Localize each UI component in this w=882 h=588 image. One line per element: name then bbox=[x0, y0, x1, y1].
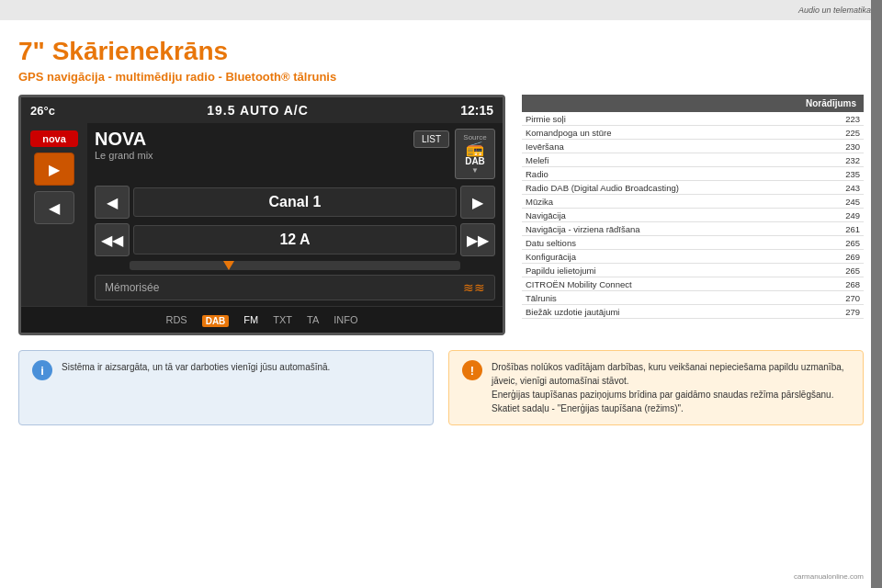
status-bar: 26°c 19.5 AUTO A/C 12:15 bbox=[21, 97, 503, 123]
info-text-left: Sistēma ir aizsargāta, un tā var darboti… bbox=[62, 360, 330, 374]
source-radio-icon: 📻 bbox=[466, 141, 484, 156]
channel-display: Canal 1 bbox=[133, 187, 457, 217]
toc-item-label: Mūzika bbox=[522, 195, 822, 209]
toc-item-page: 230 bbox=[822, 140, 864, 153]
channel-row: ◀ Canal 1 ▶ bbox=[95, 186, 495, 219]
dab-label[interactable]: DAB bbox=[202, 315, 230, 327]
toc-header: Norādījums bbox=[522, 95, 864, 112]
toc-item-label: Radio DAB (Digital Audio Broadcasting) bbox=[522, 181, 822, 195]
toc-item-label: Radio bbox=[522, 167, 822, 181]
list-button[interactable]: LIST bbox=[413, 130, 449, 148]
toc-item-page: 245 bbox=[822, 195, 864, 209]
frequency-row: ◀◀ 12 A ▶▶ bbox=[95, 223, 495, 256]
nav-left-button[interactable]: ◀ bbox=[34, 191, 74, 224]
txt-label[interactable]: TXT bbox=[273, 314, 292, 325]
ta-label[interactable]: TA bbox=[307, 314, 319, 325]
toc-item-label: Pirmie soļi bbox=[522, 112, 822, 126]
source-dab-button[interactable]: Source 📻 DAB ▼ bbox=[455, 129, 495, 179]
memorisee-icon: ≋≋ bbox=[463, 280, 485, 295]
content-row: 26°c 19.5 AUTO A/C 12:15 nova ▶ ◀ bbox=[18, 95, 864, 335]
screen-area: 26°c 19.5 AUTO A/C 12:15 nova ▶ ◀ bbox=[18, 95, 505, 335]
info-icon-blue: i bbox=[32, 360, 52, 380]
info-box-orange: ! Drošības nolūkos vadītājam darbības, k… bbox=[448, 350, 864, 425]
toc-item-label: Komandpoga un stūre bbox=[522, 126, 822, 140]
radio-main: NOVA Le grand mix LIST Source 📻 DAB ▼ bbox=[87, 123, 503, 306]
temperature-display: 26°c bbox=[30, 104, 55, 118]
toc-item-page: 265 bbox=[822, 236, 864, 250]
rds-label[interactable]: RDS bbox=[165, 314, 187, 325]
seek-slider[interactable] bbox=[130, 261, 460, 270]
toc-item-page: 223 bbox=[822, 112, 864, 126]
radio-bottom-bar: RDS DAB FM TXT TA INFO bbox=[21, 306, 503, 333]
dab-container: DAB bbox=[202, 311, 230, 328]
nav-back-button[interactable]: ▶ bbox=[34, 153, 74, 186]
toc-item-page: 261 bbox=[822, 222, 864, 236]
right-margin-bar bbox=[871, 0, 882, 588]
device-screen: 26°c 19.5 AUTO A/C 12:15 nova ▶ ◀ bbox=[18, 95, 505, 335]
info-box-blue: i Sistēma ir aizsargāta, un tā var darbo… bbox=[18, 350, 434, 425]
freq-prev-button[interactable]: ◀◀ bbox=[95, 223, 130, 256]
toc-item-page: 243 bbox=[822, 181, 864, 195]
toc-item-label: Melefi bbox=[522, 153, 822, 167]
source-dab-label: DAB bbox=[465, 156, 485, 166]
toc-item-label: Navigācija bbox=[522, 209, 822, 222]
radio-top-row: NOVA Le grand mix LIST Source 📻 DAB ▼ bbox=[95, 129, 495, 179]
toc-item-page: 265 bbox=[822, 264, 864, 277]
top-bar: Audio un telematika bbox=[0, 0, 882, 20]
slider-thumb bbox=[223, 261, 234, 270]
station-name: NOVA bbox=[95, 129, 413, 150]
page-subtitle: GPS navigācija - multimēdiju radio - Blu… bbox=[18, 70, 864, 84]
settings-display: 19.5 AUTO A/C bbox=[207, 103, 309, 118]
toc-item-label: Biežāk uzdotie jautājumi bbox=[522, 305, 822, 319]
toc-table: Norādījums Pirmie soļi223Komandpoga un s… bbox=[522, 95, 864, 319]
time-display: 12:15 bbox=[460, 103, 493, 118]
toc-area: Norādījums Pirmie soļi223Komandpoga un s… bbox=[522, 95, 864, 335]
main-content: 7" Skārienekrāns GPS navigācija - multim… bbox=[0, 20, 882, 588]
toc-item-label: Navigācija - virziena rādīšana bbox=[522, 222, 822, 236]
toc-item-page: 225 bbox=[822, 126, 864, 140]
frequency-display: 12 A bbox=[133, 225, 457, 254]
toc-item-page: 270 bbox=[822, 291, 864, 305]
channel-next-button[interactable]: ▶ bbox=[460, 186, 495, 219]
toc-item-page: 235 bbox=[822, 167, 864, 181]
toc-item-label: Tālrunis bbox=[522, 291, 822, 305]
page-title: 7" Skārienekrāns bbox=[18, 37, 864, 66]
memorisee-row: Mémorisée ≋≋ bbox=[95, 275, 495, 300]
toc-item-label: Konfigurācija bbox=[522, 250, 822, 264]
toc-item-page: 279 bbox=[822, 305, 864, 319]
info-text-right: Drošības nolūkos vadītājam darbības, kur… bbox=[492, 360, 850, 415]
radio-sidebar: nova ▶ ◀ bbox=[21, 123, 87, 306]
toc-item-page: 232 bbox=[822, 153, 864, 167]
toc-item-page: 269 bbox=[822, 250, 864, 264]
info-icon-orange: ! bbox=[462, 360, 482, 380]
toc-item-page: 249 bbox=[822, 209, 864, 222]
fm-label[interactable]: FM bbox=[243, 314, 258, 325]
toc-item-label: CITROËN Mobility Connect bbox=[522, 277, 822, 291]
info-label[interactable]: INFO bbox=[334, 314, 357, 325]
station-description: Le grand mix bbox=[95, 150, 413, 161]
top-bar-text: Audio un telematika bbox=[798, 6, 871, 15]
toc-item-label: Papildu ielietojumi bbox=[522, 264, 822, 277]
info-boxes: i Sistēma ir aizsargāta, un tā var darbo… bbox=[18, 350, 864, 425]
watermark: carmanualonline.com bbox=[794, 572, 864, 581]
nova-logo: nova bbox=[30, 130, 78, 147]
freq-next-button[interactable]: ▶▶ bbox=[460, 223, 495, 256]
toc-item-page: 268 bbox=[822, 277, 864, 291]
toc-item-label: Ievēršana bbox=[522, 140, 822, 153]
memorisee-label: Mémorisée bbox=[105, 281, 159, 294]
channel-prev-button[interactable]: ◀ bbox=[95, 186, 130, 219]
toc-item-label: Datu seltions bbox=[522, 236, 822, 250]
source-arrow-icon: ▼ bbox=[471, 166, 479, 175]
station-info: NOVA Le grand mix bbox=[95, 129, 413, 161]
radio-body: nova ▶ ◀ NOVA Le grand mix LIST bbox=[21, 123, 503, 306]
